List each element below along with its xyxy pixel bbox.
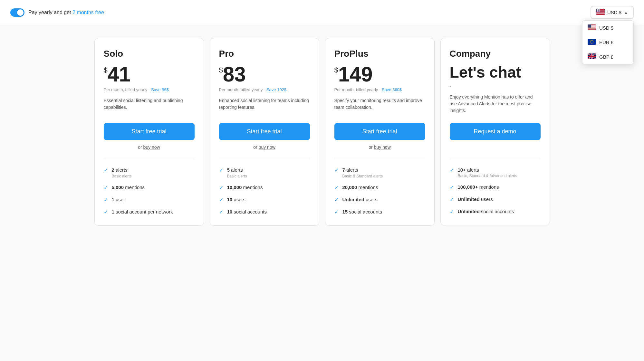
feature-mentions-pro: ✓ 10,000 mentions <box>219 184 310 191</box>
feature-mentions-company: ✓ 100,000+ mentions <box>450 184 541 190</box>
check-icon: ✓ <box>450 167 454 173</box>
check-icon: ✓ <box>450 209 454 215</box>
divider-pro <box>219 159 310 159</box>
feature-mentions-proplus: ✓ 20,000 mentions <box>334 184 425 191</box>
svg-point-18 <box>598 10 599 10</box>
feature-users-solo: ✓ 1 user <box>104 196 195 203</box>
plan-price-block-pro: $ 83 <box>219 64 310 85</box>
feature-social-company: ✓ Unlimited social accounts <box>450 208 541 215</box>
cta-button-pro[interactable]: Start free trial <box>219 123 310 140</box>
currency-button[interactable]: USD $ ▲ <box>591 6 634 19</box>
plan-billing-solo: Per month, billed yearly - Save 96$ <box>104 87 195 92</box>
svg-point-17 <box>598 10 598 10</box>
price-sign-solo: $ <box>104 67 108 74</box>
currency-gbp-label: GBP £ <box>599 54 613 60</box>
cta-button-company[interactable]: Request a demo <box>450 123 541 140</box>
check-icon: ✓ <box>219 185 223 191</box>
svg-point-13 <box>598 9 598 10</box>
plan-card-proplus: ProPlus $ 149 Per month, billed yearly -… <box>325 38 435 226</box>
feature-users-pro: ✓ 10 users <box>219 196 310 203</box>
plan-billing-company: - <box>450 84 541 89</box>
plan-description-proplus: Specify your monitoring results and impr… <box>334 97 425 114</box>
svg-rect-40 <box>588 24 591 28</box>
currency-selector[interactable]: USD $ ▲ USD $ <box>591 6 634 19</box>
svg-point-11 <box>597 9 597 10</box>
svg-point-26 <box>598 11 598 11</box>
svg-point-14 <box>599 9 599 10</box>
cta-button-solo[interactable]: Start free trial <box>104 123 195 140</box>
top-bar: Pay yearly and get 2 months free <box>0 0 644 25</box>
currency-option-eur[interactable]: EUR € <box>582 35 633 50</box>
check-icon: ✓ <box>104 167 108 173</box>
currency-eur-label: EUR € <box>599 40 613 45</box>
svg-point-19 <box>599 10 599 10</box>
svg-point-49 <box>591 43 591 43</box>
currency-dropdown[interactable]: USD $ EU <box>582 20 634 64</box>
divider-solo <box>104 159 195 159</box>
currency-option-usd[interactable]: USD $ <box>582 21 633 35</box>
cta-button-proplus[interactable]: Start free trial <box>334 123 425 140</box>
svg-point-33 <box>599 11 600 12</box>
flag-us-icon <box>588 24 596 31</box>
currency-option-gbp[interactable]: GBP £ <box>582 50 633 64</box>
svg-point-30 <box>597 11 598 12</box>
buy-now-link-solo[interactable]: buy now <box>143 145 160 150</box>
svg-point-29 <box>597 11 597 12</box>
buy-now-pro: or buy now <box>219 145 310 150</box>
svg-point-16 <box>597 10 597 10</box>
billing-text: Pay yearly and get <box>28 10 72 15</box>
flag-gb-icon <box>588 53 596 60</box>
currency-label: USD $ <box>607 10 621 15</box>
plans-container: Solo $ 41 Per month, billed yearly - Sav… <box>0 25 644 239</box>
plan-name-pro: Pro <box>219 49 310 59</box>
price-sign-proplus: $ <box>334 67 338 74</box>
feature-social-proplus: ✓ 15 social accounts <box>334 209 425 215</box>
plan-description-company: Enjoy everything Mention has to offer an… <box>450 94 541 114</box>
buy-now-link-proplus[interactable]: buy now <box>374 145 391 150</box>
svg-point-20 <box>597 10 597 11</box>
plan-billing-pro: Per month, billed yearly - Save 192$ <box>219 87 310 92</box>
feature-sub-alerts-solo: Basic alerts <box>112 174 132 178</box>
feature-alerts-proplus: ✓ 7 alerts Basic & Standard alerts <box>334 167 425 178</box>
feature-sub-alerts-proplus: Basic & Standard alerts <box>342 174 383 178</box>
plan-price-pro: $ 83 <box>219 64 310 85</box>
plan-card-company: Company Let's chat - Enjoy everything Me… <box>440 38 550 225</box>
check-icon: ✓ <box>334 209 339 215</box>
price-amount-pro: 83 <box>223 64 246 85</box>
svg-point-23 <box>599 10 599 11</box>
feature-users-company: ✓ Unlimited users <box>450 196 541 203</box>
svg-point-48 <box>592 41 593 41</box>
price-amount-proplus: 149 <box>338 64 373 85</box>
plan-card-solo: Solo $ 41 Per month, billed yearly - Sav… <box>94 38 204 226</box>
feature-users-proplus: ✓ Unlimited users <box>334 196 425 203</box>
features-pro: ✓ 5 alerts Basic alerts ✓ 10,000 mention… <box>219 167 310 215</box>
svg-rect-59 <box>591 53 592 59</box>
plan-name-solo: Solo <box>104 49 195 59</box>
svg-point-50 <box>592 43 593 43</box>
svg-rect-9 <box>596 14 605 14</box>
svg-point-25 <box>597 11 597 11</box>
check-icon: ✓ <box>450 196 454 203</box>
svg-point-24 <box>599 10 600 11</box>
feature-alerts-company: ✓ 10+ alerts Basic, Standard & Advanced … <box>450 167 541 178</box>
check-icon: ✓ <box>450 184 454 190</box>
feature-sub-alerts-company: Basic, Standard & Advanced alerts <box>458 174 517 178</box>
feature-social-pro: ✓ 10 social accounts <box>219 209 310 215</box>
svg-rect-39 <box>588 29 596 29</box>
features-solo: ✓ 2 alerts Basic alerts ✓ 5,000 mentions… <box>104 167 195 215</box>
feature-mentions-solo: ✓ 5,000 mentions <box>104 184 195 191</box>
billing-toggle[interactable] <box>10 8 24 17</box>
svg-rect-8 <box>596 13 605 13</box>
buy-now-link-pro[interactable]: buy now <box>259 145 275 150</box>
svg-point-45 <box>590 42 591 42</box>
svg-point-12 <box>597 9 598 10</box>
plan-price-block-solo: $ 41 <box>104 64 195 85</box>
svg-rect-38 <box>588 28 596 28</box>
plan-description-solo: Essential social listening and publishin… <box>104 97 195 114</box>
check-icon: ✓ <box>104 197 108 203</box>
billing-toggle-section: Pay yearly and get 2 months free <box>10 8 104 17</box>
plan-description-pro: Enhanced social listening for teams incl… <box>219 97 310 114</box>
svg-point-21 <box>597 10 598 11</box>
price-amount-solo: 41 <box>108 64 130 85</box>
plan-price-block-company: Let's chat <box>450 64 541 81</box>
